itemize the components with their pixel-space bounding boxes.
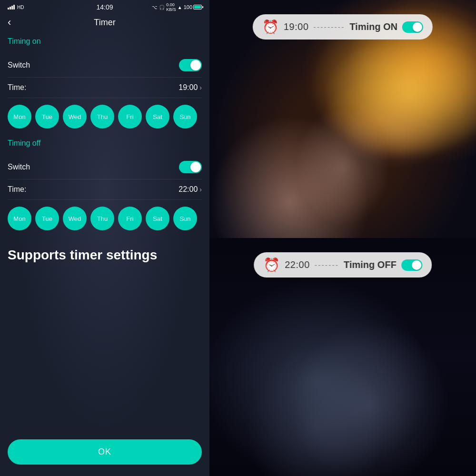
signal-bar-3 [11, 6, 13, 10]
card-on-time: 19:00 [284, 21, 309, 32]
day-thu-off[interactable]: Thu [90, 207, 114, 230]
back-button[interactable]: ‹ [8, 17, 11, 28]
timing-off-label: Timing off [8, 139, 202, 148]
signal-bar-1 [8, 8, 9, 10]
bluetooth-icon: ⌥ [152, 5, 158, 10]
timing-on-time-row[interactable]: Time: 19:00 › [8, 78, 202, 98]
supports-timer-text: Supports timer settings [8, 247, 202, 264]
timing-off-days: Mon Tue Wed Thu Fri Sat Sun [8, 200, 202, 237]
day-sat-on[interactable]: Sat [146, 105, 169, 129]
timing-on-chevron: › [199, 84, 202, 91]
day-fri-off[interactable]: Fri [118, 207, 142, 230]
phone-panel: HD 14:09 ⌥ 🎧 0.00KB/S ▲ 100 ‹ Timer [0, 0, 209, 476]
timing-off-time-label: Time: [8, 185, 26, 194]
signal-bars [8, 5, 15, 10]
battery-level: 100 [184, 4, 192, 10]
status-right: ⌥ 🎧 0.00KB/S ▲ 100 [152, 2, 202, 12]
speed-text: 0.00KB/S [166, 2, 176, 12]
timing-on-switch-label: Switch [8, 61, 30, 69]
timing-off-switch-label: Switch [8, 163, 30, 171]
battery-fill [194, 6, 201, 9]
right-panel: ⏰ 19:00 --------- Timing ON ⏰ 22:00 ----… [209, 0, 476, 476]
timing-off-time: 22:00 [178, 185, 198, 194]
clock-icon-off: ⏰ [263, 257, 280, 273]
timing-on-switch-row: Switch [8, 53, 202, 78]
timing-on-toggle[interactable] [179, 59, 202, 71]
timing-on-time: 19:00 [178, 83, 198, 92]
timing-on-time-label: Time: [8, 83, 26, 92]
card-off-time: 22:00 [285, 259, 310, 270]
day-wed-off[interactable]: Wed [63, 207, 87, 230]
photo-top: ⏰ 19:00 --------- Timing ON [209, 0, 476, 238]
timing-on-card: ⏰ 19:00 --------- Timing ON [253, 14, 433, 40]
wifi-icon: ▲ [178, 5, 182, 10]
app-header: ‹ Timer [0, 13, 209, 33]
timing-on-label: Timing on [8, 37, 202, 46]
timing-off-card: ⏰ 22:00 ------- Timing OFF [254, 252, 432, 278]
main-content: Timing on Switch Time: 19:00 › Mon Tue W… [0, 33, 209, 439]
day-tue-off[interactable]: Tue [35, 207, 59, 230]
day-sun-off[interactable]: Sun [173, 207, 197, 230]
timing-off-toggle[interactable] [179, 161, 202, 173]
card-on-dots: --------- [313, 23, 345, 31]
card-off-toggle [401, 259, 422, 271]
timing-on-time-value: 19:00 › [178, 83, 202, 92]
card-off-dots: ------- [315, 261, 339, 269]
timing-off-chevron: › [199, 186, 202, 193]
ok-button[interactable]: OK [8, 439, 202, 465]
card-on-label: Timing ON [349, 21, 397, 32]
day-sat-off[interactable]: Sat [146, 207, 169, 230]
day-fri-on[interactable]: Fri [118, 105, 142, 129]
signal-bar-2 [10, 7, 11, 10]
timing-on-days: Mon Tue Wed Thu Fri Sat Sun [8, 98, 202, 135]
headphones-icon: 🎧 [159, 5, 165, 10]
timing-off-time-value: 22:00 › [178, 185, 202, 194]
page-title: Timer [94, 18, 115, 28]
photo-bottom: ⏰ 22:00 ------- Timing OFF [209, 238, 476, 476]
card-off-label: Timing OFF [344, 259, 397, 270]
timing-off-time-row[interactable]: Time: 22:00 › [8, 179, 202, 200]
status-time: 14:09 [96, 3, 113, 11]
battery-icon [193, 5, 202, 10]
day-tue-on[interactable]: Tue [35, 105, 59, 129]
clock-icon-on: ⏰ [262, 19, 279, 35]
status-bar: HD 14:09 ⌥ 🎧 0.00KB/S ▲ 100 [0, 0, 209, 13]
day-thu-on[interactable]: Thu [90, 105, 114, 129]
network-label: HD [17, 5, 24, 10]
day-mon-on[interactable]: Mon [8, 105, 31, 129]
battery: 100 [184, 4, 202, 10]
day-mon-off[interactable]: Mon [8, 207, 31, 230]
day-wed-on[interactable]: Wed [63, 105, 87, 129]
signal-bar-4 [13, 5, 15, 10]
status-left: HD [8, 5, 24, 10]
day-sun-on[interactable]: Sun [173, 105, 197, 129]
card-on-toggle [402, 21, 423, 33]
timing-off-switch-row: Switch [8, 155, 202, 179]
